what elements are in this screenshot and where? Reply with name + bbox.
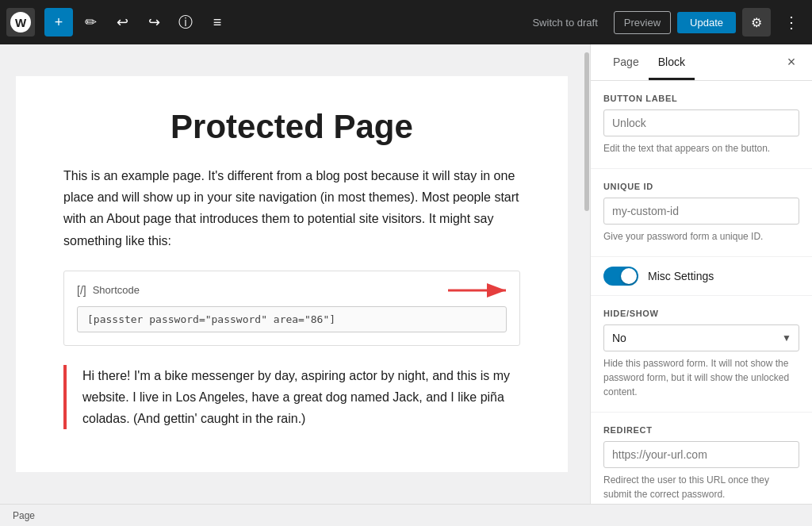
- button-label-section: BUTTON LABEL Edit the text that appears …: [591, 81, 812, 169]
- shortcode-icon: [/]: [77, 284, 86, 297]
- button-label-input[interactable]: [603, 109, 799, 136]
- button-label-hint: Edit the text that appears on the button…: [603, 141, 799, 155]
- unique-id-hint: Give your password form a unique ID.: [603, 229, 799, 244]
- page-title: Protected Page: [63, 108, 520, 146]
- status-bar: Page: [0, 504, 812, 526]
- button-label-heading: BUTTON LABEL: [603, 94, 799, 103]
- more-options-button[interactable]: ⋮: [777, 8, 806, 36]
- hide-show-hint: Hide this password form. It will not sho…: [603, 356, 799, 399]
- scroll-track[interactable]: [584, 44, 590, 504]
- quote-block: Hi there! I'm a bike messenger by day, a…: [63, 365, 520, 430]
- list-icon: ≡: [213, 14, 222, 31]
- update-button[interactable]: Update: [677, 12, 736, 33]
- shortcode-input[interactable]: [77, 306, 507, 332]
- shortcode-header: [/] Shortcode: [77, 284, 507, 297]
- edit-icon: ✏: [85, 13, 97, 31]
- main-area: Protected Page This is an example page. …: [0, 44, 812, 504]
- misc-settings-label: Misc Settings: [648, 270, 714, 282]
- misc-settings-toggle[interactable]: [603, 267, 638, 286]
- toolbar: W + ✏ ↩ ↪ ⓘ ≡ Switch to draft Preview Up…: [0, 0, 812, 44]
- unique-id-input[interactable]: [603, 198, 799, 225]
- gear-icon: ⚙: [751, 15, 762, 30]
- sidebar: Page Block × BUTTON LABEL Edit the text …: [590, 44, 812, 504]
- editor-area: Protected Page This is an example page. …: [0, 44, 584, 504]
- undo-button[interactable]: ↩: [108, 8, 136, 36]
- tab-page[interactable]: Page: [603, 44, 649, 80]
- info-button[interactable]: ⓘ: [171, 8, 200, 36]
- misc-settings-row: Misc Settings: [591, 257, 812, 296]
- arrow-annotation: [444, 278, 515, 302]
- page-body: This is an example page. It's different …: [63, 165, 520, 251]
- toggle-knob: [621, 268, 637, 284]
- add-button[interactable]: +: [44, 8, 73, 36]
- unique-id-section: UNIQUE ID Give your password form a uniq…: [591, 169, 812, 257]
- redo-button[interactable]: ↪: [140, 8, 168, 36]
- status-text: Page: [13, 510, 35, 521]
- quote-text: Hi there! I'm a bike messenger by day, a…: [82, 365, 520, 430]
- hide-show-section: HIDE/SHOW No Yes ▼ Hide this password fo…: [591, 296, 812, 413]
- add-icon: +: [55, 14, 63, 31]
- redirect-heading: REDIRECT: [603, 425, 799, 435]
- hide-show-select-wrap: No Yes ▼: [603, 324, 799, 351]
- sidebar-header: Page Block ×: [591, 44, 812, 81]
- redo-icon: ↪: [148, 13, 160, 31]
- undo-icon: ↩: [117, 13, 128, 31]
- redirect-hint: Redirect the user to this URL once they …: [603, 473, 799, 501]
- editor-content: Protected Page This is an example page. …: [16, 76, 568, 472]
- shortcode-label: Shortcode: [93, 284, 140, 296]
- redirect-input[interactable]: [603, 441, 799, 468]
- more-icon: ⋮: [783, 13, 799, 32]
- tab-block[interactable]: Block: [649, 44, 695, 80]
- list-view-button[interactable]: ≡: [203, 8, 232, 36]
- wp-logo-icon: W: [10, 12, 31, 33]
- edit-button[interactable]: ✏: [76, 8, 105, 36]
- arrow-svg: [444, 278, 515, 302]
- info-icon: ⓘ: [178, 13, 193, 32]
- close-sidebar-button[interactable]: ×: [780, 52, 802, 74]
- unique-id-heading: UNIQUE ID: [603, 182, 799, 191]
- preview-button[interactable]: Preview: [614, 11, 671, 34]
- toolbar-right: Switch to draft Preview Update ⚙ ⋮: [523, 8, 806, 36]
- redirect-section: REDIRECT Redirect the user to this URL o…: [591, 413, 812, 504]
- scroll-thumb: [584, 52, 589, 211]
- wp-logo[interactable]: W: [6, 8, 35, 36]
- settings-button[interactable]: ⚙: [742, 8, 771, 36]
- hide-show-heading: HIDE/SHOW: [603, 309, 799, 318]
- hide-show-select[interactable]: No Yes: [603, 324, 799, 351]
- switch-to-draft-button[interactable]: Switch to draft: [523, 12, 607, 33]
